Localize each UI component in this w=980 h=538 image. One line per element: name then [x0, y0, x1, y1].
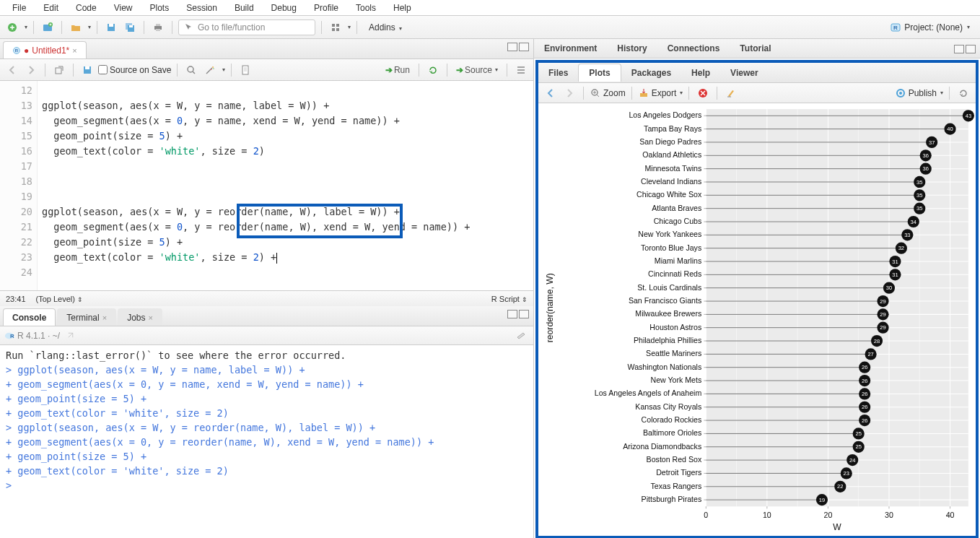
svg-point-33 — [899, 92, 902, 95]
menu-edit[interactable]: Edit — [35, 1, 67, 14]
grid-icon[interactable] — [328, 19, 344, 35]
clear-all-icon[interactable] — [723, 85, 739, 101]
svg-rect-9 — [156, 24, 160, 26]
menu-plots[interactable]: Plots — [141, 1, 178, 14]
chevron-down-icon[interactable]: ▾ — [348, 24, 351, 30]
source-tabs: R ● Untitled1* × — [0, 39, 533, 59]
menu-debug[interactable]: Debug — [263, 1, 305, 14]
back-icon[interactable] — [4, 62, 20, 78]
svg-text:New York Yankees: New York Yankees — [638, 230, 701, 238]
goto-file-function-input[interactable]: Go to file/function — [178, 19, 315, 35]
svg-text:0: 0 — [704, 510, 708, 519]
refresh-icon[interactable] — [955, 85, 971, 101]
menu-build[interactable]: Build — [226, 1, 263, 14]
svg-text:Houston Astros: Houston Astros — [649, 323, 701, 331]
menu-code[interactable]: Code — [67, 1, 105, 14]
source-tab-label: Untitled1* — [32, 45, 69, 56]
forward-icon[interactable] — [23, 62, 39, 78]
console-output[interactable]: Run `rlang::last_error()` to see where t… — [0, 345, 533, 538]
tab-terminal[interactable]: Terminal × — [57, 308, 116, 326]
chevron-down-icon[interactable]: ▾ — [222, 66, 225, 73]
menu-file[interactable]: File — [4, 1, 35, 14]
tab-plots[interactable]: Plots — [578, 64, 621, 82]
clear-console-icon[interactable] — [513, 328, 529, 344]
source-on-save-checkbox[interactable]: Source on Save — [98, 65, 171, 75]
maximize-pane-icon[interactable] — [519, 310, 529, 318]
maximize-pane-icon[interactable] — [519, 43, 529, 51]
svg-text:Atlanta Braves: Atlanta Braves — [652, 204, 701, 212]
save-icon[interactable] — [79, 62, 95, 78]
language-indicator[interactable]: R Script ⇕ — [491, 295, 528, 303]
new-project-icon[interactable] — [40, 19, 56, 35]
close-icon[interactable]: × — [72, 46, 76, 55]
tab-untitled1[interactable]: R ● Untitled1* × — [3, 41, 87, 58]
minimize-pane-icon[interactable] — [507, 43, 517, 51]
files-tabs: Files Plots Packages Help Viewer — [538, 63, 976, 83]
save-all-icon[interactable] — [122, 19, 138, 35]
save-icon[interactable] — [103, 19, 119, 35]
svg-text:Kansas City Royals: Kansas City Royals — [635, 402, 701, 411]
outline-icon[interactable] — [513, 62, 529, 78]
publish-button[interactable]: Publish ▾ — [895, 87, 943, 99]
maximize-pane-icon[interactable] — [966, 45, 976, 53]
minimize-pane-icon[interactable] — [954, 45, 964, 53]
svg-text:32: 32 — [898, 245, 904, 251]
chevron-down-icon[interactable]: ▾ — [88, 24, 91, 30]
addins-menu[interactable]: Addins ▾ — [363, 21, 408, 34]
svg-text:Oakland Athletics: Oakland Athletics — [642, 150, 701, 159]
chevron-down-icon[interactable]: ▾ — [25, 24, 27, 30]
tab-files[interactable]: Files — [538, 64, 578, 82]
zoom-button[interactable]: Zoom — [590, 87, 626, 99]
svg-text:Washington Nationals: Washington Nationals — [628, 363, 702, 371]
minimize-pane-icon[interactable] — [507, 310, 517, 318]
svg-rect-13 — [332, 28, 335, 31]
menu-profile[interactable]: Profile — [305, 1, 347, 14]
show-in-new-window-icon[interactable] — [51, 62, 67, 78]
scope-indicator[interactable]: (Top Level) ⇕ — [36, 295, 83, 303]
svg-rect-26 — [242, 66, 248, 74]
wand-icon[interactable] — [202, 62, 218, 78]
tab-tutorial[interactable]: Tutorial — [730, 39, 781, 58]
source-button[interactable]: ➔ Source ▾ — [453, 65, 501, 75]
tab-help[interactable]: Help — [681, 64, 720, 82]
find-icon[interactable] — [183, 62, 199, 78]
svg-text:Philadelphia Phillies: Philadelphia Phillies — [634, 336, 701, 344]
r-file-icon: R — [12, 46, 21, 55]
tab-packages[interactable]: Packages — [621, 64, 681, 82]
svg-text:Seattle Mariners: Seattle Mariners — [646, 349, 701, 357]
svg-point-22 — [188, 66, 193, 72]
svg-text:28: 28 — [874, 338, 880, 344]
r-project-icon: R — [890, 22, 901, 33]
menu-view[interactable]: View — [105, 1, 141, 14]
svg-point-23 — [212, 66, 214, 68]
r-logo-icon: R — [4, 331, 14, 341]
print-icon[interactable] — [150, 19, 166, 35]
popout-icon[interactable] — [66, 331, 74, 340]
tab-environment[interactable]: Environment — [534, 39, 607, 58]
menu-session[interactable]: Session — [178, 1, 226, 14]
next-plot-icon[interactable] — [561, 85, 577, 101]
project-menu[interactable]: R Project: (None) ▾ — [890, 22, 976, 33]
compile-report-icon[interactable] — [237, 62, 253, 78]
tab-console[interactable]: Console — [3, 308, 56, 326]
tab-jobs[interactable]: Jobs × — [118, 308, 162, 326]
code-editor[interactable]: 12131415161718192021222324 ggplot(season… — [0, 81, 533, 290]
run-button[interactable]: ➔ Run — [382, 65, 413, 75]
menu-help[interactable]: Help — [385, 1, 420, 14]
rerun-icon[interactable] — [425, 62, 441, 78]
remove-plot-icon[interactable] — [695, 85, 711, 101]
prev-plot-icon[interactable] — [543, 85, 559, 101]
svg-text:25: 25 — [855, 443, 861, 450]
source-toolbar: Source on Save ▾ ➔ Run ➔ Source ▾ — [0, 59, 533, 81]
plot-area: 43Los Angeles Dodgers40Tampa Bay Rays37S… — [538, 103, 976, 536]
tab-history[interactable]: History — [607, 39, 657, 58]
svg-text:reorder(name, W): reorder(name, W) — [545, 273, 555, 342]
tab-viewer[interactable]: Viewer — [720, 64, 768, 82]
menu-tools[interactable]: Tools — [347, 1, 385, 14]
svg-text:43: 43 — [966, 113, 971, 119]
open-file-icon[interactable] — [68, 19, 84, 35]
svg-text:36: 36 — [923, 165, 929, 172]
new-file-icon[interactable] — [4, 19, 20, 35]
tab-connections[interactable]: Connections — [657, 39, 730, 58]
export-button[interactable]: Export ▾ — [638, 87, 683, 99]
